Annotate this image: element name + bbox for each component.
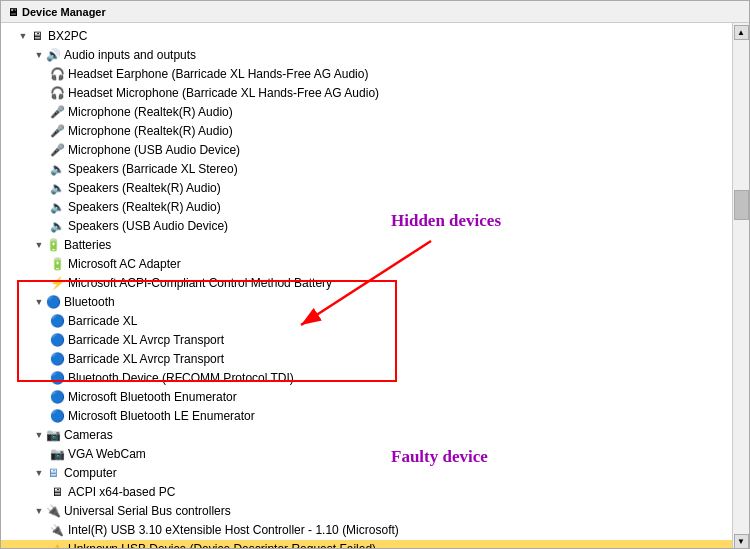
- audio-item-label-7: Speakers (Realtek(R) Audio): [68, 180, 221, 197]
- section-computer[interactable]: ▼ 🖥 Computer: [1, 464, 732, 483]
- bluetooth-label: Bluetooth: [64, 294, 115, 311]
- audio-item-label-6: Speakers (Barricade XL Stereo): [68, 161, 238, 178]
- warning-icon: ⚠: [49, 542, 65, 549]
- audio-arrow: ▼: [33, 50, 45, 62]
- bt-icon-5: 🔵: [49, 390, 65, 406]
- camera-device-icon-1: 📷: [49, 447, 65, 463]
- computer-section-icon: 🖥: [45, 466, 61, 482]
- section-bluetooth[interactable]: ▼ 🔵 Bluetooth: [1, 293, 732, 312]
- section-usb[interactable]: ▼ 🔌 Universal Serial Bus controllers: [1, 502, 732, 521]
- audio-device-icon-9: 🔈: [49, 219, 65, 235]
- audio-item-7[interactable]: 🔈 Speakers (Realtek(R) Audio): [1, 179, 732, 198]
- audio-item-label-8: Speakers (Realtek(R) Audio): [68, 199, 221, 216]
- title-icon: 🖥: [7, 6, 18, 18]
- audio-item-9[interactable]: 🔈 Speakers (USB Audio Device): [1, 217, 732, 236]
- scroll-down-button[interactable]: ▼: [734, 534, 749, 548]
- expand-arrow: ▼: [17, 31, 29, 43]
- usb-device-icon-1: 🔌: [49, 523, 65, 539]
- section-cameras[interactable]: ▼ 📷 Cameras: [1, 426, 732, 445]
- root-label: BX2PC: [48, 28, 87, 45]
- scrollbar[interactable]: ▲ ▼: [732, 23, 749, 548]
- section-batteries[interactable]: ▼ 🔋 Batteries: [1, 236, 732, 255]
- audio-device-icon-6: 🔈: [49, 162, 65, 178]
- battery-item-label-2: Microsoft ACPI-Compliant Control Method …: [68, 275, 332, 292]
- bt-item-6[interactable]: 🔵 Microsoft Bluetooth LE Enumerator: [1, 407, 732, 426]
- window-title: Device Manager: [22, 6, 106, 18]
- audio-device-icon-3: 🎤: [49, 105, 65, 121]
- audio-item-6[interactable]: 🔈 Speakers (Barricade XL Stereo): [1, 160, 732, 179]
- battery-item-2[interactable]: ⚡ Microsoft ACPI-Compliant Control Metho…: [1, 274, 732, 293]
- camera-item-label-1: VGA WebCam: [68, 446, 146, 463]
- content-area: ▼ 🖥 BX2PC ▼ 🔊 Audio inputs and outputs 🎧…: [1, 23, 749, 548]
- cameras-label: Cameras: [64, 427, 113, 444]
- bt-item-1[interactable]: 🔵 Barricade XL: [1, 312, 732, 331]
- audio-device-icon-8: 🔈: [49, 200, 65, 216]
- bt-item-label-1: Barricade XL: [68, 313, 137, 330]
- battery-device-icon-1: 🔋: [49, 257, 65, 273]
- bt-icon-1: 🔵: [49, 314, 65, 330]
- usb-label: Universal Serial Bus controllers: [64, 503, 231, 520]
- bt-item-2[interactable]: 🔵 Barricade XL Avrcp Transport: [1, 331, 732, 350]
- bt-icon-6: 🔵: [49, 409, 65, 425]
- batteries-arrow: ▼: [33, 240, 45, 252]
- bt-item-label-4: Bluetooth Device (RFCOMM Protocol TDI): [68, 370, 294, 387]
- audio-icon: 🔊: [45, 48, 61, 64]
- device-manager-window: 🖥 Device Manager ▼ 🖥 BX2PC ▼ 🔊 Audio inp…: [0, 0, 750, 549]
- computer-item-1[interactable]: 🖥 ACPI x64-based PC: [1, 483, 732, 502]
- usb-item-label-2: Unknown USB Device (Device Descriptor Re…: [68, 541, 376, 548]
- audio-device-icon: 🎧: [49, 67, 65, 83]
- audio-label: Audio inputs and outputs: [64, 47, 196, 64]
- bt-item-5[interactable]: 🔵 Microsoft Bluetooth Enumerator: [1, 388, 732, 407]
- audio-device-icon-4: 🎤: [49, 124, 65, 140]
- audio-item-label-2: Headset Microphone (Barricade XL Hands-F…: [68, 85, 379, 102]
- batteries-icon: 🔋: [45, 238, 61, 254]
- battery-device-icon-2: ⚡: [49, 276, 65, 292]
- computer-device-icon-1: 🖥: [49, 485, 65, 501]
- audio-item-3[interactable]: 🎤 Microphone (Realtek(R) Audio): [1, 103, 732, 122]
- bt-item-3[interactable]: 🔵 Barricade XL Avrcp Transport: [1, 350, 732, 369]
- audio-item-label: Headset Earphone (Barricade XL Hands-Fre…: [68, 66, 368, 83]
- audio-item-2[interactable]: 🎧 Headset Microphone (Barricade XL Hands…: [1, 84, 732, 103]
- bt-item-label-5: Microsoft Bluetooth Enumerator: [68, 389, 237, 406]
- audio-device-icon-5: 🎤: [49, 143, 65, 159]
- scroll-up-button[interactable]: ▲: [734, 25, 749, 40]
- bt-icon-3: 🔵: [49, 352, 65, 368]
- camera-item-1[interactable]: 📷 VGA WebCam: [1, 445, 732, 464]
- audio-item-label-5: Microphone (USB Audio Device): [68, 142, 240, 159]
- section-audio[interactable]: ▼ 🔊 Audio inputs and outputs: [1, 46, 732, 65]
- usb-section-icon: 🔌: [45, 504, 61, 520]
- bluetooth-arrow: ▼: [33, 297, 45, 309]
- audio-item-label-3: Microphone (Realtek(R) Audio): [68, 104, 233, 121]
- computer-item-label-1: ACPI x64-based PC: [68, 484, 175, 501]
- bt-item-label-2: Barricade XL Avrcp Transport: [68, 332, 224, 349]
- usb-item-2-faulty[interactable]: ⚠ Unknown USB Device (Device Descriptor …: [1, 540, 732, 548]
- scrollbar-thumb[interactable]: [734, 190, 749, 220]
- audio-item-8[interactable]: 🔈 Speakers (Realtek(R) Audio): [1, 198, 732, 217]
- usb-item-1[interactable]: 🔌 Intel(R) USB 3.10 eXtensible Host Cont…: [1, 521, 732, 540]
- audio-item-5[interactable]: 🎤 Microphone (USB Audio Device): [1, 141, 732, 160]
- battery-item-label-1: Microsoft AC Adapter: [68, 256, 181, 273]
- usb-arrow: ▼: [33, 506, 45, 518]
- batteries-label: Batteries: [64, 237, 111, 254]
- computer-icon: 🖥: [29, 29, 45, 45]
- computer-section-label: Computer: [64, 465, 117, 482]
- tree-root[interactable]: ▼ 🖥 BX2PC: [1, 27, 732, 46]
- audio-item-1[interactable]: 🎧 Headset Earphone (Barricade XL Hands-F…: [1, 65, 732, 84]
- cameras-arrow: ▼: [33, 430, 45, 442]
- audio-device-icon-2: 🎧: [49, 86, 65, 102]
- bt-icon-4: 🔵: [49, 371, 65, 387]
- audio-item-label-4: Microphone (Realtek(R) Audio): [68, 123, 233, 140]
- bt-item-label-3: Barricade XL Avrcp Transport: [68, 351, 224, 368]
- bluetooth-section-icon: 🔵: [45, 295, 61, 311]
- usb-item-label-1: Intel(R) USB 3.10 eXtensible Host Contro…: [68, 522, 399, 539]
- computer-arrow: ▼: [33, 468, 45, 480]
- bt-item-4[interactable]: 🔵 Bluetooth Device (RFCOMM Protocol TDI): [1, 369, 732, 388]
- audio-item-4[interactable]: 🎤 Microphone (Realtek(R) Audio): [1, 122, 732, 141]
- bt-icon-2: 🔵: [49, 333, 65, 349]
- device-tree[interactable]: ▼ 🖥 BX2PC ▼ 🔊 Audio inputs and outputs 🎧…: [1, 23, 732, 548]
- audio-item-label-9: Speakers (USB Audio Device): [68, 218, 228, 235]
- title-bar: 🖥 Device Manager: [1, 1, 749, 23]
- battery-item-1[interactable]: 🔋 Microsoft AC Adapter: [1, 255, 732, 274]
- audio-device-icon-7: 🔈: [49, 181, 65, 197]
- cameras-icon: 📷: [45, 428, 61, 444]
